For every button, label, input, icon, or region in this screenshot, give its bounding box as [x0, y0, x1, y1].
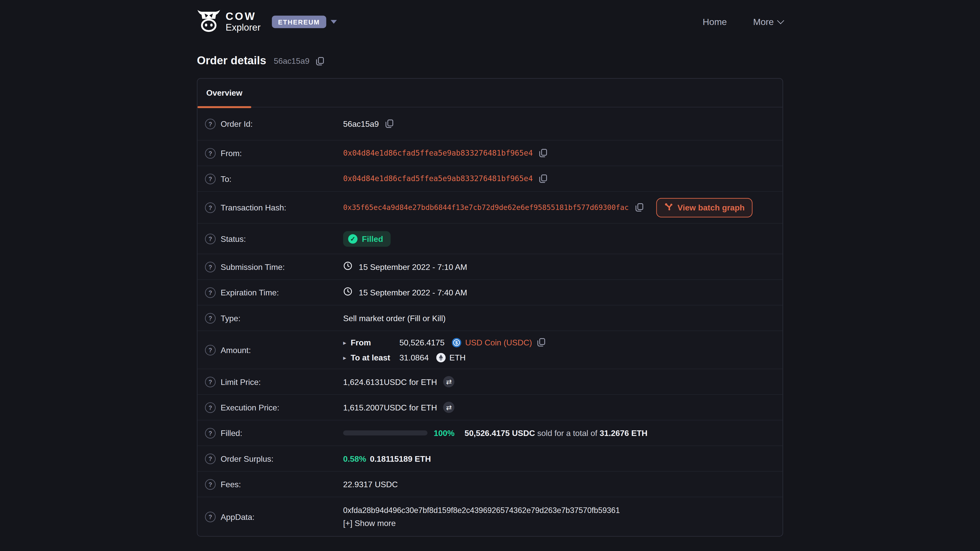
- row-label: Expiration Time:: [221, 288, 279, 297]
- tab-overview-label: Overview: [206, 88, 242, 97]
- row-amount: ?Amount: ▸ From 50,526.4175 $ USD Coin (…: [197, 330, 783, 368]
- nav-home-label: Home: [703, 17, 727, 27]
- chevron-down-icon: [777, 17, 784, 24]
- copy-icon[interactable]: [539, 174, 548, 183]
- title-row: Order details 56ac15a9: [197, 54, 783, 67]
- copy-icon[interactable]: [539, 149, 548, 157]
- filled-sold-amount: 50,526.4175 USDC: [465, 428, 535, 438]
- copy-icon[interactable]: [316, 57, 325, 65]
- row-label: AppData:: [221, 512, 255, 521]
- filled-summary: 50,526.4175 USDC sold for a total of 31.…: [465, 428, 648, 438]
- network-graph-icon: [664, 202, 673, 213]
- network-badge: ETHEREUM: [272, 16, 326, 28]
- surplus-percent: 0.58%: [343, 454, 366, 463]
- help-icon[interactable]: ?: [205, 427, 216, 438]
- brand-wordmark: COW Explorer: [226, 11, 261, 32]
- type-value: Sell market order (Fill or Kill): [343, 313, 445, 323]
- row-label: Amount:: [221, 345, 251, 354]
- row-order-id: ?Order Id: 56ac15a9: [197, 107, 783, 140]
- help-icon[interactable]: ?: [205, 287, 216, 298]
- row-label: Filled:: [221, 428, 242, 438]
- amount-from-prefix: From: [351, 338, 399, 347]
- help-icon[interactable]: ?: [205, 118, 216, 129]
- row-label: From:: [221, 148, 242, 158]
- row-label: Limit Price:: [221, 377, 261, 386]
- to-address-link[interactable]: 0x04d84e1d86cfad5ffea5e9ab833276481bf965…: [343, 174, 533, 183]
- show-more-link[interactable]: [+] Show more: [343, 518, 620, 527]
- network-selector[interactable]: ETHEREUM: [272, 16, 337, 28]
- appdata-value: 0xfda28b94d496c30e7bf8d159f8e2c439692657…: [343, 506, 620, 514]
- help-icon[interactable]: ?: [205, 453, 216, 464]
- surplus-value: 0.18115189 ETH: [370, 454, 431, 463]
- submission-time-value: 15 September 2022 - 7:10 AM: [359, 262, 467, 272]
- invert-price-icon[interactable]: ⇄: [443, 402, 455, 413]
- help-icon[interactable]: ?: [205, 233, 216, 244]
- row-submission-time: ?Submission Time: 15 September 2022 - 7:…: [197, 254, 783, 279]
- order-details-card: Overview ?Order Id: 56ac15a9 ?From: 0x04…: [197, 78, 783, 537]
- row-type: ?Type: Sell market order (Fill or Kill): [197, 305, 783, 330]
- row-label: Order Id:: [221, 119, 253, 129]
- expiration-time-value: 15 September 2022 - 7:40 AM: [359, 288, 467, 297]
- amount-from-value: 50,526.4175: [399, 338, 445, 347]
- caret-down-icon: [331, 20, 337, 24]
- amount-to-prefix: To at least: [351, 353, 399, 362]
- help-icon[interactable]: ?: [205, 376, 216, 387]
- filled-summary-text: sold for a total of: [537, 428, 597, 438]
- amount-to-line: ▸ To at least 31.0864 ETH: [343, 353, 546, 362]
- help-icon[interactable]: ?: [205, 262, 216, 272]
- order-id-value: 56ac15a9: [343, 119, 379, 129]
- tab-overview[interactable]: Overview: [197, 79, 251, 107]
- help-icon[interactable]: ?: [205, 313, 216, 324]
- tx-hash-link[interactable]: 0x35f65ec4a9d84e27bdb6844f13e7cb72d9de62…: [343, 203, 628, 212]
- execution-price-value: 1,615.2007USDC for ETH: [343, 403, 437, 412]
- row-label: Execution Price:: [221, 403, 279, 412]
- status-badge-label: Filled: [362, 234, 383, 243]
- help-icon[interactable]: ?: [205, 511, 216, 522]
- row-label: To:: [221, 174, 231, 183]
- usdc-token-link[interactable]: USD Coin (USDC): [465, 338, 532, 347]
- row-filled: ?Filled: 100% 50,526.4175 USDC sold for …: [197, 420, 783, 445]
- triangle-bullet-icon: ▸: [343, 354, 350, 361]
- help-icon[interactable]: ?: [205, 202, 216, 213]
- row-label: Fees:: [221, 480, 241, 489]
- page-title: Order details: [197, 54, 266, 67]
- help-icon[interactable]: ?: [205, 402, 216, 413]
- nav-home[interactable]: Home: [703, 17, 727, 27]
- brand-line2: Explorer: [226, 22, 261, 32]
- usdc-token-icon: $: [452, 338, 461, 347]
- eth-token-label: ETH: [449, 353, 466, 362]
- nav-more[interactable]: More: [753, 17, 783, 27]
- top-bar: COW Explorer ETHEREUM Home More: [197, 0, 783, 35]
- row-appdata: ?AppData: 0xfda28b94d496c30e7bf8d159f8e2…: [197, 497, 783, 536]
- row-order-surplus: ?Order Surplus: 0.58% 0.18115189 ETH: [197, 445, 783, 471]
- row-label: Submission Time:: [221, 262, 285, 272]
- view-batch-graph-button[interactable]: View batch graph: [656, 198, 752, 217]
- main-nav: Home More: [703, 17, 783, 27]
- cow-icon: [197, 9, 221, 35]
- invert-price-icon[interactable]: ⇄: [443, 376, 455, 387]
- row-transaction-hash: ?Transaction Hash: 0x35f65ec4a9d84e27bdb…: [197, 191, 783, 223]
- copy-icon[interactable]: [635, 203, 644, 212]
- row-label: Order Surplus:: [221, 454, 273, 463]
- filled-total-amount: 31.2676 ETH: [600, 428, 648, 438]
- row-label: Type:: [221, 313, 240, 323]
- amount-to-value: 31.0864: [399, 353, 429, 362]
- row-execution-price: ?Execution Price: 1,615.2007USDC for ETH…: [197, 394, 783, 420]
- copy-icon[interactable]: [537, 338, 546, 347]
- from-address-link[interactable]: 0x04d84e1d86cfad5ffea5e9ab833276481bf965…: [343, 149, 533, 157]
- triangle-bullet-icon: ▸: [343, 339, 350, 346]
- row-limit-price: ?Limit Price: 1,624.6131USDC for ETH ⇄: [197, 368, 783, 394]
- clock-icon: [343, 287, 352, 298]
- row-label: Transaction Hash:: [221, 203, 286, 212]
- help-icon[interactable]: ?: [205, 173, 216, 184]
- help-icon[interactable]: ?: [205, 345, 216, 355]
- filled-percent: 100%: [434, 428, 455, 438]
- eth-token-icon: [436, 353, 445, 362]
- filled-progress-bar: [343, 430, 428, 435]
- help-icon[interactable]: ?: [205, 479, 216, 489]
- copy-icon[interactable]: [385, 119, 394, 128]
- tab-bar: Overview: [197, 79, 783, 108]
- cow-explorer-logo[interactable]: COW Explorer: [197, 9, 260, 35]
- help-icon[interactable]: ?: [205, 148, 216, 159]
- brand-line1: COW: [226, 11, 261, 23]
